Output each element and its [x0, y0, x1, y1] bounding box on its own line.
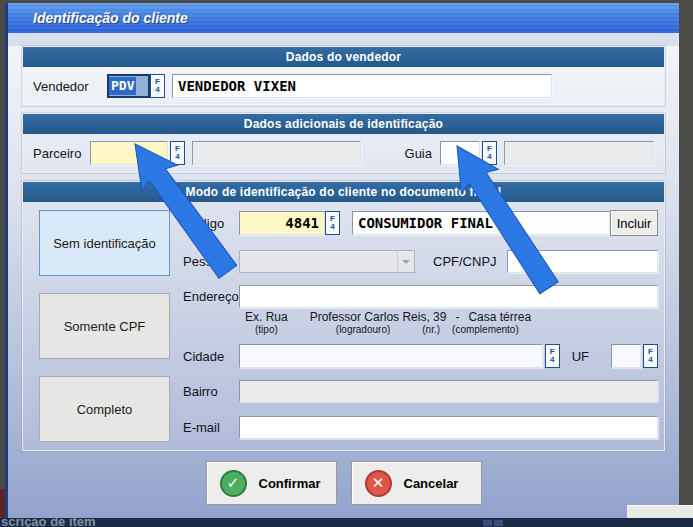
hint-example: Ex. Rua [245, 310, 288, 324]
check-circle-icon: ✓ [220, 470, 247, 497]
x-glyph: ✕ [372, 474, 385, 492]
hint-tipo: (tipo) [255, 324, 278, 335]
hint-logradouro: (logradouro) [336, 324, 390, 335]
client-identification-dialog: Identificação do cliente Dados do vended… [5, 3, 679, 518]
codigo-value: 4841 [240, 212, 324, 234]
hint-complement: Casa térrea [468, 310, 531, 324]
bairro-field [239, 380, 658, 402]
parceiro-code-field[interactable] [90, 141, 168, 165]
mode-section-header: Modo de identificação do cliente no docu… [23, 182, 664, 202]
codigo-f4-lookup-button[interactable]: F 4 [325, 211, 340, 235]
vendedor-name-field[interactable]: VENDEDOR VIXEN [172, 74, 552, 98]
cidade-field[interactable] [239, 344, 543, 368]
hint-street: Professor Carlos Reis, 39 [310, 310, 447, 324]
vendedor-label: Vendedor [33, 79, 107, 94]
statusbar-square-icon [494, 520, 503, 526]
address-hint: Ex. Rua Professor Carlos Reis, 39 - Casa… [245, 310, 658, 335]
cliente-nome-value: CONSUMIDOR FINAL [353, 212, 609, 234]
cliente-nome-field[interactable]: CONSUMIDOR FINAL [352, 211, 610, 235]
codigo-label: Código [183, 216, 239, 231]
vendedor-name-value: VENDEDOR VIXEN [173, 75, 551, 97]
parceiro-label: Parceiro [33, 146, 90, 161]
additional-section-header: Dados adicionais de identificação [23, 114, 664, 134]
uf-label: UF [572, 349, 589, 364]
endereco-field[interactable] [239, 285, 658, 308]
vendedor-f4-lookup-button[interactable]: F 4 [150, 74, 165, 98]
parceiro-f4-lookup-button[interactable]: F 4 [170, 141, 185, 165]
background-statusbar-text: scrição de item [1, 518, 96, 527]
cidade-f4-lookup-button[interactable]: F 4 [545, 344, 560, 368]
vendor-section-header: Dados do vendedor [23, 47, 664, 67]
endereco-label: Endereço [183, 289, 239, 304]
f4-label-bottom: 4 [648, 356, 652, 364]
dialog-title: Identificação do cliente [33, 10, 188, 26]
cidade-label: Cidade [183, 349, 239, 364]
guia-f4-lookup-button[interactable]: F 4 [482, 141, 497, 165]
pessoa-label: Pessoa [183, 254, 239, 269]
chevron-down-icon [397, 251, 414, 272]
uf-f4-lookup-button[interactable]: F 4 [643, 344, 658, 368]
vendedor-code-value: PDV [109, 77, 136, 95]
cpf-cnpj-label: CPF/CNPJ [433, 254, 497, 269]
incluir-button[interactable]: Incluir [610, 210, 658, 236]
additional-section: Dados adicionais de identificação Parcei… [22, 113, 665, 173]
dialog-footer: ✓ Confirmar ✕ Cancelar [22, 461, 665, 505]
dialog-body: Dados do vendedor Vendedor PDV F 4 VENDE… [8, 46, 679, 527]
check-glyph: ✓ [227, 474, 240, 492]
cpf-cnpj-field[interactable] [507, 250, 658, 273]
email-field[interactable] [239, 416, 658, 439]
f4-label-bottom: 4 [175, 153, 179, 161]
confirm-button-label: Confirmar [259, 476, 321, 491]
f4-label-bottom: 4 [487, 153, 491, 161]
codigo-field[interactable]: 4841 [239, 211, 325, 235]
guia-code-field[interactable] [440, 141, 480, 165]
mode-buttons-column: Sem identificação Somente CPF Completo [23, 202, 171, 442]
x-circle-icon: ✕ [365, 470, 392, 497]
screen: scrição de item Identificação do cliente… [0, 0, 693, 527]
vendor-section: Dados do vendedor Vendedor PDV F 4 VENDE… [22, 46, 665, 106]
vendedor-code-field[interactable]: PDV [107, 74, 150, 98]
hint-nr: (nr.) [422, 324, 440, 335]
hint-dash: - [455, 310, 459, 324]
background-statusbar: scrição de item [0, 518, 693, 527]
f4-label-bottom: 4 [330, 223, 334, 231]
guia-description-field [504, 141, 654, 165]
parceiro-description-field [192, 141, 361, 165]
pessoa-select[interactable] [239, 250, 415, 273]
cancel-button[interactable]: ✕ Cancelar [351, 461, 482, 505]
mode-button-completo[interactable]: Completo [39, 376, 170, 442]
mode-section: Modo de identificação do cliente no docu… [22, 181, 665, 451]
f4-label-bottom: 4 [155, 86, 159, 94]
mode-button-sem-identificacao[interactable]: Sem identificação [39, 210, 170, 276]
mode-fields-column: Código 4841 F 4 CONSUMIDOR FINAL [171, 202, 674, 442]
dialog-titlebar[interactable]: Identificação do cliente [8, 3, 679, 33]
confirm-button[interactable]: ✓ Confirmar [206, 461, 337, 505]
guia-label: Guia [405, 146, 432, 161]
uf-field[interactable] [611, 344, 641, 368]
hint-complemento: (complemento) [452, 324, 519, 335]
statusbar-square-icon [483, 520, 492, 526]
mode-button-somente-cpf[interactable]: Somente CPF [39, 293, 170, 359]
f4-label-bottom: 4 [550, 356, 554, 364]
cancel-button-label: Cancelar [404, 476, 459, 491]
email-label: E-mail [183, 420, 239, 435]
bairro-label: Bairro [183, 384, 239, 399]
